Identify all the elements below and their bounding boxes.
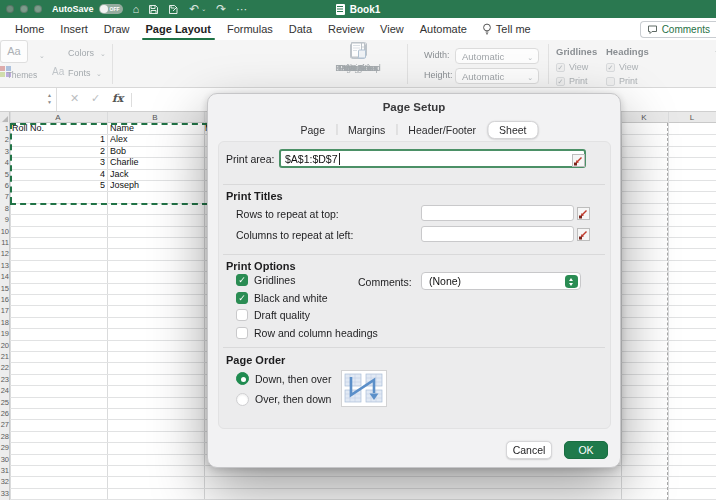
menu-tab-insert[interactable]: Insert xyxy=(59,20,89,38)
menu-tab-formulas[interactable]: Formulas xyxy=(226,20,274,38)
row-header[interactable]: 22 xyxy=(0,362,9,373)
close-window-icon[interactable] xyxy=(6,5,14,13)
row-header[interactable]: 16 xyxy=(0,294,9,305)
row-header[interactable]: 28 xyxy=(0,431,9,442)
row-header[interactable]: 17 xyxy=(0,305,9,316)
checkbox-gridlines[interactable]: ✓Gridlines xyxy=(236,274,295,286)
column-header-a[interactable]: A xyxy=(55,112,60,123)
menu-tab-automate[interactable]: Automate xyxy=(419,20,468,38)
comments-button[interactable]: Comments xyxy=(640,21,716,38)
row-header[interactable]: 26 xyxy=(0,408,9,419)
cell-b3[interactable]: Bob xyxy=(110,146,202,157)
row-header[interactable]: 6 xyxy=(0,180,9,191)
ok-button[interactable]: OK xyxy=(564,441,608,459)
dialog-tab-header-footer[interactable]: Header/Footer xyxy=(397,122,487,138)
undo-icon[interactable]: ↶ xyxy=(189,0,199,18)
menu-tab-page-layout[interactable]: Page Layout xyxy=(145,20,212,38)
zoom-window-icon[interactable] xyxy=(34,5,42,13)
gridlines-view-checkbox[interactable]: ✓View xyxy=(556,62,588,72)
scale-height-select[interactable]: Automatic⌄ xyxy=(455,68,539,84)
row-header[interactable]: 13 xyxy=(0,260,9,271)
column-header-l[interactable]: L xyxy=(690,112,694,123)
radio-down-then-over[interactable]: Down, then over xyxy=(236,372,331,385)
row-header[interactable]: 4 xyxy=(0,157,9,168)
cancel-button[interactable]: Cancel xyxy=(506,441,552,459)
row-header[interactable]: 23 xyxy=(0,374,9,385)
scale-width-select[interactable]: Automatic⌄ xyxy=(455,48,539,64)
cell-b6[interactable]: Joseph xyxy=(110,180,202,191)
colors-button[interactable]: Colors xyxy=(68,49,94,59)
row-header[interactable]: 24 xyxy=(0,385,9,396)
cell-a3[interactable]: 2 xyxy=(12,146,105,157)
cell-a6[interactable]: 5 xyxy=(12,180,105,191)
row-header[interactable]: 7 xyxy=(0,191,9,202)
print-area-input[interactable]: $A$1:$D$7 xyxy=(279,149,586,168)
cell-a4[interactable]: 3 xyxy=(12,157,105,168)
column-header-b[interactable]: B xyxy=(152,112,157,123)
select-all-corner[interactable] xyxy=(0,112,10,123)
cell-b5[interactable]: Jack xyxy=(110,169,202,180)
dialog-tab-sheet[interactable]: Sheet xyxy=(487,121,538,139)
menu-tab-view[interactable]: View xyxy=(379,20,405,38)
row-header[interactable]: 3 xyxy=(0,146,9,157)
checkbox-black-and-white[interactable]: ✓Black and white xyxy=(236,292,328,304)
cell-a5[interactable]: 4 xyxy=(12,169,105,180)
row-header[interactable]: 32 xyxy=(0,476,9,487)
row-header[interactable]: 30 xyxy=(0,454,9,465)
row-header[interactable]: 2 xyxy=(0,134,9,145)
row-header[interactable]: 5 xyxy=(0,169,9,180)
row-header[interactable]: 10 xyxy=(0,226,9,237)
menu-tab-draw[interactable]: Draw xyxy=(103,20,131,38)
checkbox-row-and-column-headings[interactable]: Row and column headings xyxy=(236,327,378,339)
dialog-tab-page[interactable]: Page xyxy=(289,122,336,138)
redo-icon[interactable]: ↷ xyxy=(216,0,226,18)
row-header[interactable]: 14 xyxy=(0,271,9,282)
row-header[interactable]: 11 xyxy=(0,237,9,248)
cancel-entry-icon[interactable]: ✕ xyxy=(70,92,79,105)
gridlines-print-checkbox[interactable]: ✓Print xyxy=(556,76,588,86)
dialog-tab-margins[interactable]: Margins xyxy=(337,122,396,138)
cols-repeat-input[interactable] xyxy=(421,226,574,242)
row-header[interactable]: 15 xyxy=(0,283,9,294)
cell-b4[interactable]: Charlie xyxy=(110,157,202,168)
radio-over-then-down[interactable]: Over, then down xyxy=(236,393,331,406)
headings-view-checkbox[interactable]: ✓View xyxy=(606,62,638,72)
row-header[interactable]: 29 xyxy=(0,442,9,453)
row-header[interactable]: 18 xyxy=(0,317,9,328)
menu-tab-home[interactable]: Home xyxy=(14,20,45,38)
row-header[interactable]: 21 xyxy=(0,351,9,362)
name-box-stepper-icon[interactable]: ▲▼ xyxy=(47,92,52,105)
tell-me-button[interactable]: Tell me xyxy=(482,23,531,36)
row-header[interactable]: 33 xyxy=(0,488,9,499)
cols-repeat-range-selector-icon[interactable] xyxy=(577,227,590,240)
column-header-k[interactable]: K xyxy=(641,112,646,123)
cell-b2[interactable]: Alex xyxy=(110,134,202,145)
checkbox-draft-quality[interactable]: Draft quality xyxy=(236,309,310,321)
row-header[interactable]: 25 xyxy=(0,397,9,408)
row-header[interactable]: 20 xyxy=(0,340,9,351)
row-header[interactable]: 8 xyxy=(0,203,9,214)
row-header[interactable]: 27 xyxy=(0,419,9,430)
name-box[interactable]: ▲▼ xyxy=(0,88,57,111)
more-commands-icon[interactable]: ⋯ xyxy=(236,0,247,18)
undo-chevron-icon[interactable]: ⌄ xyxy=(201,0,206,18)
print-area-range-selector-icon[interactable] xyxy=(572,153,585,166)
save-icon[interactable] xyxy=(148,4,159,15)
minimize-window-icon[interactable] xyxy=(20,5,28,13)
row-header[interactable]: 1 xyxy=(0,123,9,134)
home-icon[interactable]: ⌂ xyxy=(133,0,140,18)
menu-tab-review[interactable]: Review xyxy=(327,20,365,38)
themes-chevron-icon[interactable]: ⌄ xyxy=(39,52,45,60)
row-header[interactable]: 9 xyxy=(0,214,9,225)
row-header[interactable]: 12 xyxy=(0,248,9,259)
confirm-entry-icon[interactable]: ✓ xyxy=(91,92,100,105)
colors-chevron-icon[interactable]: ⌄ xyxy=(100,50,106,58)
menu-tab-data[interactable]: Data xyxy=(288,20,313,38)
cell-a2[interactable]: 1 xyxy=(12,134,105,145)
autosave-toggle[interactable]: OFF xyxy=(99,4,123,14)
rows-repeat-range-selector-icon[interactable] xyxy=(577,206,590,219)
comments-dropdown[interactable]: (None) xyxy=(421,272,581,290)
insert-function-icon[interactable]: fx xyxy=(112,92,123,105)
headings-print-checkbox[interactable]: Print xyxy=(606,76,638,86)
rows-repeat-input[interactable] xyxy=(421,205,574,221)
